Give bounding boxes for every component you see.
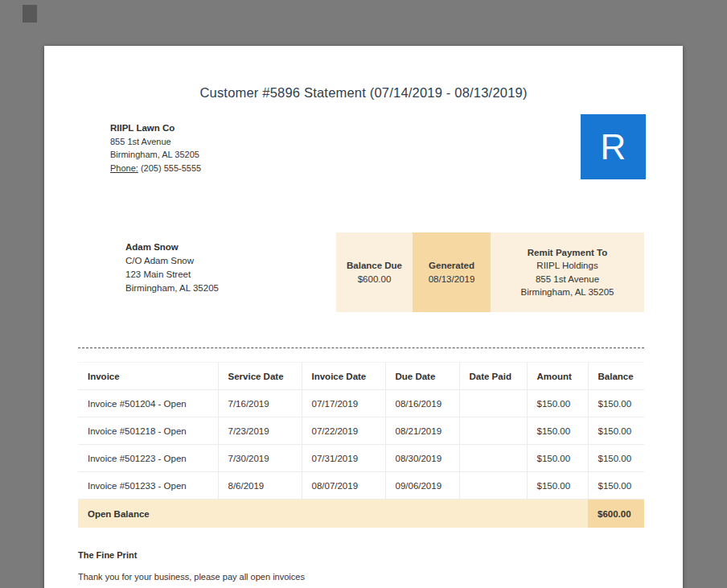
generated-value: 08/13/2019 bbox=[413, 273, 491, 286]
header-balance: Balance bbox=[588, 363, 644, 390]
remit-payment-cell: Remit Payment To RIIPL Holdings 855 1st … bbox=[491, 232, 644, 312]
cell-date-paid bbox=[459, 417, 527, 445]
company-phone: Phone: (205) 555-5555 bbox=[110, 162, 201, 175]
phone-label: Phone: bbox=[110, 163, 138, 173]
cell-amount: $150.00 bbox=[527, 472, 588, 500]
generated-cell: Generated 08/13/2019 bbox=[413, 232, 491, 312]
cell-invoice-date: 07/17/2019 bbox=[302, 390, 385, 417]
table-row: Invoice #501233 - Open 8/6/2019 08/07/20… bbox=[78, 472, 644, 500]
company-address-line1: 855 1st Avenue bbox=[110, 135, 201, 149]
customer-line1: C/O Adam Snow bbox=[125, 254, 336, 268]
cell-invoice-date: 08/07/2019 bbox=[302, 472, 385, 500]
cell-invoice-date: 07/22/2019 bbox=[302, 417, 385, 445]
header-invoice-date: Invoice Date bbox=[302, 363, 385, 390]
cell-balance: $150.00 bbox=[588, 445, 644, 472]
invoice-table: Invoice Service Date Invoice Date Due Da… bbox=[78, 362, 644, 528]
cell-balance: $150.00 bbox=[588, 472, 644, 500]
table-row: Invoice #501218 - Open 7/23/2019 07/22/2… bbox=[78, 417, 644, 445]
customer-line2: 123 Main Street bbox=[125, 268, 336, 282]
remit-line1: RIIPL Holdings bbox=[491, 259, 644, 273]
cell-service-date: 8/6/2019 bbox=[218, 472, 302, 500]
customer-line3: Birmingham, AL 35205 bbox=[125, 282, 336, 295]
viewer-corner-artifact bbox=[23, 5, 37, 23]
header-amount: Amount bbox=[527, 363, 588, 390]
balance-due-label: Balance Due bbox=[336, 259, 413, 273]
cell-invoice: Invoice #501233 - Open bbox=[78, 472, 218, 500]
header-invoice: Invoice bbox=[78, 363, 218, 390]
table-header-row: Invoice Service Date Invoice Date Due Da… bbox=[78, 363, 644, 390]
cell-date-paid bbox=[459, 390, 527, 417]
summary-box: Balance Due $600.00 Generated 08/13/2019… bbox=[336, 232, 644, 312]
cell-date-paid bbox=[459, 472, 527, 500]
cell-amount: $150.00 bbox=[527, 390, 588, 417]
remit-line3: Birmingham, AL 35205 bbox=[491, 286, 644, 299]
statement-page: Customer #5896 Statement (07/14/2019 - 0… bbox=[44, 46, 683, 588]
cell-balance: $150.00 bbox=[588, 390, 644, 417]
open-balance-row: Open Balance $600.00 bbox=[78, 500, 644, 528]
cell-balance: $150.00 bbox=[588, 417, 644, 445]
cell-amount: $150.00 bbox=[527, 417, 588, 445]
cell-invoice: Invoice #501204 - Open bbox=[78, 390, 218, 417]
cell-due-date: 08/21/2019 bbox=[385, 417, 459, 445]
customer-block: Adam Snow C/O Adam Snow 123 Main Street … bbox=[125, 232, 336, 312]
table-row: Invoice #501223 - Open 7/30/2019 07/31/2… bbox=[78, 445, 644, 472]
balance-due-cell: Balance Due $600.00 bbox=[336, 232, 413, 312]
cell-due-date: 08/30/2019 bbox=[385, 445, 459, 472]
header-due-date: Due Date bbox=[385, 363, 459, 390]
dashed-separator bbox=[78, 347, 644, 348]
statement-header: RIIPL Lawn Co 855 1st Avenue Birmingham,… bbox=[44, 114, 683, 179]
company-block: RIIPL Lawn Co 855 1st Avenue Birmingham,… bbox=[110, 114, 201, 175]
remit-label: Remit Payment To bbox=[491, 246, 644, 260]
balance-due-value: $600.00 bbox=[336, 273, 413, 286]
table-row: Invoice #501204 - Open 7/16/2019 07/17/2… bbox=[78, 390, 644, 417]
fine-print-text: Thank you for your business, please pay … bbox=[78, 572, 644, 582]
customer-name: Adam Snow bbox=[125, 241, 336, 254]
cell-service-date: 7/23/2019 bbox=[218, 417, 302, 445]
header-service-date: Service Date bbox=[218, 363, 302, 390]
generated-label: Generated bbox=[413, 259, 491, 273]
header-date-paid: Date Paid bbox=[459, 363, 527, 390]
statement-mid-section: Adam Snow C/O Adam Snow 123 Main Street … bbox=[44, 232, 683, 312]
open-balance-label: Open Balance bbox=[78, 500, 218, 528]
cell-invoice: Invoice #501223 - Open bbox=[78, 445, 218, 472]
company-name: RIIPL Lawn Co bbox=[110, 121, 201, 135]
cell-service-date: 7/16/2019 bbox=[218, 390, 302, 417]
page-title: Customer #5896 Statement (07/14/2019 - 0… bbox=[44, 46, 683, 101]
cell-due-date: 08/16/2019 bbox=[385, 390, 459, 417]
open-balance-value: $600.00 bbox=[588, 500, 644, 528]
company-logo: R bbox=[581, 114, 646, 179]
fine-print-heading: The Fine Print bbox=[78, 550, 644, 560]
cell-invoice-date: 07/31/2019 bbox=[302, 445, 385, 472]
company-logo-letter: R bbox=[601, 127, 626, 167]
cell-date-paid bbox=[459, 445, 527, 472]
company-address-line2: Birmingham, AL 35205 bbox=[110, 148, 201, 162]
cell-service-date: 7/30/2019 bbox=[218, 445, 302, 472]
document-viewer: Customer #5896 Statement (07/14/2019 - 0… bbox=[0, 0, 727, 588]
cell-amount: $150.00 bbox=[527, 445, 588, 472]
remit-line2: 855 1st Avenue bbox=[491, 273, 644, 286]
phone-value: (205) 555-5555 bbox=[138, 163, 201, 173]
cell-due-date: 09/06/2019 bbox=[385, 472, 459, 500]
cell-invoice: Invoice #501218 - Open bbox=[78, 417, 218, 445]
